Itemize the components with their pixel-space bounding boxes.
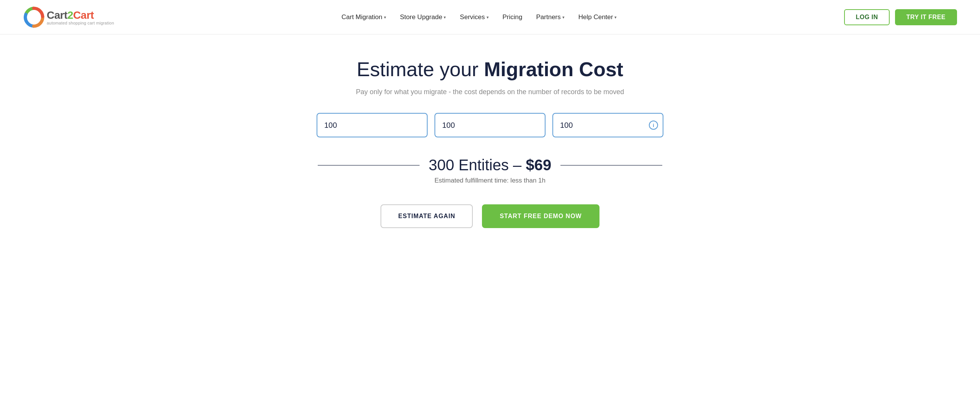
- chevron-down-icon: ▾: [562, 15, 565, 20]
- result-divider-right: [560, 165, 662, 166]
- logo-text: Cart2Cart automated shopping cart migrat…: [47, 9, 114, 25]
- info-icon[interactable]: i: [649, 121, 658, 130]
- result-section: 300 Entities – $69 Estimated fulfillment…: [318, 157, 662, 184]
- nav-help-center-label: Help Center: [578, 13, 613, 21]
- price-value: $69: [526, 157, 551, 173]
- nav-partners[interactable]: Partners ▾: [531, 10, 570, 24]
- input-wrapper-1: [317, 113, 428, 137]
- start-demo-button[interactable]: START FREE DEMO NOW: [482, 204, 599, 228]
- nav-services-label: Services: [460, 13, 485, 21]
- input-wrapper-3: i: [552, 113, 663, 137]
- chevron-down-icon: ▾: [444, 15, 446, 20]
- input-wrapper-2: [434, 113, 546, 137]
- chevron-down-icon: ▾: [487, 15, 489, 20]
- logo-icon: [23, 7, 44, 28]
- title-bold: Migration Cost: [484, 58, 623, 80]
- buttons-row: ESTIMATE AGAIN START FREE DEMO NOW: [381, 204, 599, 228]
- entities-word: Entities: [459, 157, 509, 173]
- fulfillment-text: Estimated fulfillment time: less than 1h: [434, 177, 546, 184]
- nav-help-center[interactable]: Help Center ▾: [573, 10, 622, 24]
- logo-cart2: Cart: [73, 9, 94, 21]
- logo-two: 2: [67, 9, 73, 21]
- page-title: Estimate your Migration Cost: [357, 57, 623, 81]
- nav-partners-label: Partners: [536, 13, 561, 21]
- records-input-1[interactable]: [317, 113, 428, 137]
- records-input-2[interactable]: [434, 113, 546, 137]
- chevron-down-icon: ▾: [614, 15, 617, 20]
- login-button[interactable]: LOG IN: [844, 9, 889, 25]
- main-content: Estimate your Migration Cost Pay only fo…: [0, 34, 980, 259]
- estimate-again-button[interactable]: ESTIMATE AGAIN: [381, 204, 473, 228]
- nav-cart-migration-label: Cart Migration: [341, 13, 382, 21]
- result-divider-left: [318, 165, 420, 166]
- logo-subtitle: automated shopping cart migration: [47, 21, 114, 25]
- result-line: 300 Entities – $69: [318, 157, 662, 174]
- nav-store-upgrade[interactable]: Store Upgrade ▾: [395, 10, 452, 24]
- logo-cart1: Cart: [47, 9, 67, 21]
- nav-services[interactable]: Services ▾: [454, 10, 494, 24]
- try-free-button[interactable]: TRY IT FREE: [895, 9, 957, 25]
- title-regular: Estimate your: [357, 58, 484, 80]
- nav-pricing[interactable]: Pricing: [497, 10, 528, 24]
- nav-pricing-label: Pricing: [503, 13, 523, 21]
- entities-count: 300: [429, 157, 454, 173]
- records-input-3[interactable]: [552, 113, 663, 137]
- site-header: Cart2Cart automated shopping cart migrat…: [0, 0, 980, 34]
- header-actions: LOG IN TRY IT FREE: [844, 9, 957, 25]
- main-nav: Cart Migration ▾ Store Upgrade ▾ Service…: [336, 10, 622, 24]
- nav-cart-migration[interactable]: Cart Migration ▾: [336, 10, 392, 24]
- logo[interactable]: Cart2Cart automated shopping cart migrat…: [23, 7, 114, 28]
- chevron-down-icon: ▾: [384, 15, 386, 20]
- page-subtitle: Pay only for what you migrate - the cost…: [356, 88, 624, 96]
- separator: –: [513, 157, 526, 173]
- nav-store-upgrade-label: Store Upgrade: [400, 13, 443, 21]
- result-text: 300 Entities – $69: [429, 157, 551, 174]
- inputs-row: i: [317, 113, 663, 137]
